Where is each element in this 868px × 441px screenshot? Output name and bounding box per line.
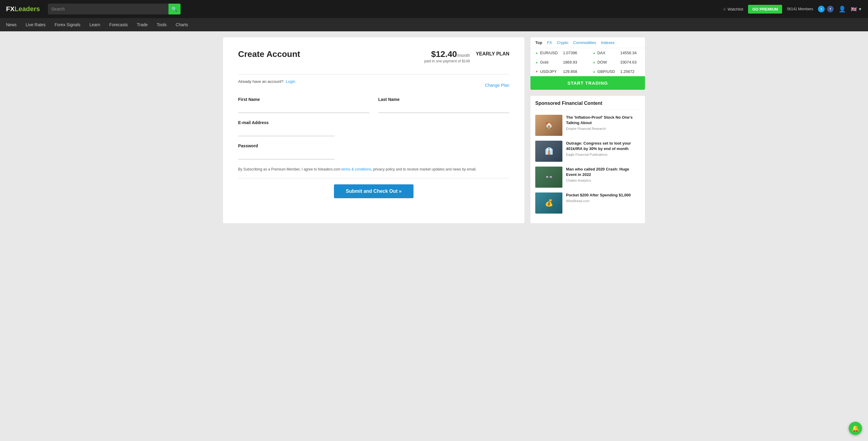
star-icon: ☆ <box>723 7 726 11</box>
arrow-down-icon: ▼ <box>535 70 538 73</box>
rates-tab-commodities[interactable]: Commodities <box>573 40 596 45</box>
submit-button[interactable]: Submit and Check Out » <box>334 184 414 198</box>
rates-tab-indexes[interactable]: Indexes <box>601 40 615 45</box>
rate-row-eurusd: ▲ EUR/USD 1.07396 <box>530 48 588 58</box>
search-input[interactable] <box>48 7 168 11</box>
sponsored-item-2[interactable]: 👔 Outrage: Congress set to loot your 401… <box>535 141 640 162</box>
search-bar: 🔍 <box>48 4 181 14</box>
sponsored-thumb-4: 💰 <box>535 192 562 214</box>
nav-item-news[interactable]: News <box>6 18 17 31</box>
sponsored-item-3[interactable]: 👓 Man who called 2020 Crash: Huge Event … <box>535 166 640 188</box>
social-icons: t f <box>818 6 834 12</box>
create-account-form-container: Create Account $12.40/month paid in one … <box>223 37 524 223</box>
sponsored-image-1: 🏠 <box>535 115 562 136</box>
email-row: E-mail Address <box>238 120 509 136</box>
terms-text: By Subscribing as a Premium Member, I ag… <box>238 166 509 172</box>
user-icon[interactable]: 👤 <box>838 5 846 13</box>
email-group: E-mail Address <box>238 120 509 136</box>
rates-grid: ▲ EUR/USD 1.07396 ▲ DAX 14558.34 ▲ Gold … <box>530 48 645 76</box>
rate-name: DOW <box>597 60 618 64</box>
watchlist-label: Watchlist <box>727 7 743 11</box>
price-display: $12.40/month paid in one payment of $149 <box>424 50 470 63</box>
name-row: First Name Last Name <box>238 97 509 113</box>
site-header: FXLeaders 🔍 ☆ Watchlist GO PREMIUM 56141… <box>0 0 868 18</box>
logo-leaders: Leaders <box>14 5 40 13</box>
sponsored-headline-4: Pocket $200 After Spending $1,000 <box>566 192 631 198</box>
sponsored-text-3: Man who called 2020 Crash: Huge Event in… <box>566 166 640 188</box>
sponsored-source-1: Empire Financial Research <box>566 127 640 130</box>
rate-value: 33074.63 <box>620 60 637 64</box>
dropdown-chevron: ▼ <box>858 7 862 11</box>
sponsored-thumb-1: 🏠 <box>535 115 562 136</box>
sponsored-source-2: Eagle Financial Publications <box>566 153 640 156</box>
rate-value: 14558.34 <box>620 51 637 55</box>
rates-tab-fx[interactable]: FX <box>547 40 552 45</box>
sponsored-section: Sponsored Financial Content 🏠 The 'Infla… <box>530 96 645 223</box>
notification-bell[interactable]: 🔔 <box>849 422 862 435</box>
plan-section: $12.40/month paid in one payment of $149… <box>424 50 509 63</box>
facebook-icon[interactable]: f <box>827 6 834 12</box>
nav-item-charts[interactable]: Charts <box>176 18 188 31</box>
rate-name: Gold <box>540 60 561 64</box>
sponsored-thumb-3: 👓 <box>535 166 562 188</box>
rates-tabs: Top FX Crypto Commodities Indexes <box>530 37 645 48</box>
language-selector[interactable]: 🇬🇧 ▼ <box>851 6 862 12</box>
first-name-group: First Name <box>238 97 369 113</box>
sponsored-source-3: Chaikin Analytics <box>566 179 640 182</box>
search-icon: 🔍 <box>172 6 178 12</box>
terms-link[interactable]: terms & conditions <box>341 167 371 171</box>
email-input[interactable] <box>238 127 335 136</box>
main-nav: News Live Rates Forex Signals Learn Fore… <box>0 18 868 31</box>
sponsored-item-4[interactable]: 💰 Pocket $200 After Spending $1,000 Wise… <box>535 192 640 214</box>
first-name-input[interactable] <box>238 104 369 113</box>
flag-icon: 🇬🇧 <box>851 6 857 12</box>
rate-name: USD/JPY <box>540 69 561 74</box>
watchlist-link[interactable]: ☆ Watchlist <box>723 7 743 11</box>
last-name-label: Last Name <box>378 97 509 102</box>
sponsored-item-1[interactable]: 🏠 The 'Inflation-Proof' Stock No One's T… <box>535 115 640 136</box>
sidebar: Top FX Crypto Commodities Indexes ▲ EUR/… <box>530 37 645 223</box>
sponsored-source-4: WiseBread.com <box>566 199 631 203</box>
arrow-up-icon: ▲ <box>535 51 538 55</box>
start-trading-button[interactable]: START TRADING <box>530 76 645 90</box>
rates-widget: Top FX Crypto Commodities Indexes ▲ EUR/… <box>530 37 645 90</box>
rate-name: GBP/USD <box>597 69 618 74</box>
change-plan-link[interactable]: Change Plan <box>485 83 509 88</box>
sponsored-headline-2: Outrage: Congress set to loot your 401k/… <box>566 141 640 152</box>
sponsored-text-1: The 'Inflation-Proof' Stock No One's Tal… <box>566 115 640 136</box>
rate-value: 1869.93 <box>563 60 577 64</box>
login-link[interactable]: Login <box>286 79 296 84</box>
go-premium-button[interactable]: GO PREMIUM <box>748 5 782 13</box>
twitter-icon[interactable]: t <box>818 6 825 12</box>
nav-item-tools[interactable]: Tools <box>157 18 167 31</box>
sponsored-thumb-2: 👔 <box>535 141 562 162</box>
rates-tab-top[interactable]: Top <box>535 40 542 45</box>
sponsored-image-3: 👓 <box>535 166 562 188</box>
rate-row-dax: ▲ DAX 14558.34 <box>588 48 645 58</box>
main-layout: Create Account $12.40/month paid in one … <box>217 31 651 229</box>
price-note: paid in one payment of $149 <box>424 59 470 63</box>
arrow-up-icon: ▲ <box>592 61 595 64</box>
password-input[interactable] <box>238 151 335 159</box>
rate-row-gbpusd: ▲ GBP/USD 1.25672 <box>588 67 645 76</box>
nav-item-live-rates[interactable]: Live Rates <box>26 18 45 31</box>
rate-value: 1.07396 <box>563 51 577 55</box>
sponsored-text-2: Outrage: Congress set to loot your 401k/… <box>566 141 640 162</box>
last-name-input[interactable] <box>378 104 509 113</box>
page-title: Create Account <box>238 50 300 59</box>
rates-tab-crypto[interactable]: Crypto <box>557 40 568 45</box>
nav-item-forecasts[interactable]: Forecasts <box>110 18 128 31</box>
sponsored-title: Sponsored Financial Content <box>535 101 640 110</box>
nav-item-forex-signals[interactable]: Forex Signals <box>55 18 81 31</box>
site-logo[interactable]: FXLeaders <box>6 5 40 13</box>
nav-item-trade[interactable]: Trade <box>137 18 148 31</box>
sponsored-image-2: 👔 <box>535 141 562 162</box>
arrow-up-icon: ▲ <box>535 61 538 64</box>
first-name-label: First Name <box>238 97 369 102</box>
search-button[interactable]: 🔍 <box>168 4 181 14</box>
rate-name: DAX <box>597 51 618 55</box>
nav-item-learn[interactable]: Learn <box>90 18 100 31</box>
last-name-group: Last Name <box>378 97 509 113</box>
logo-fx: FX <box>6 5 14 13</box>
sponsored-image-4: 💰 <box>535 192 562 214</box>
